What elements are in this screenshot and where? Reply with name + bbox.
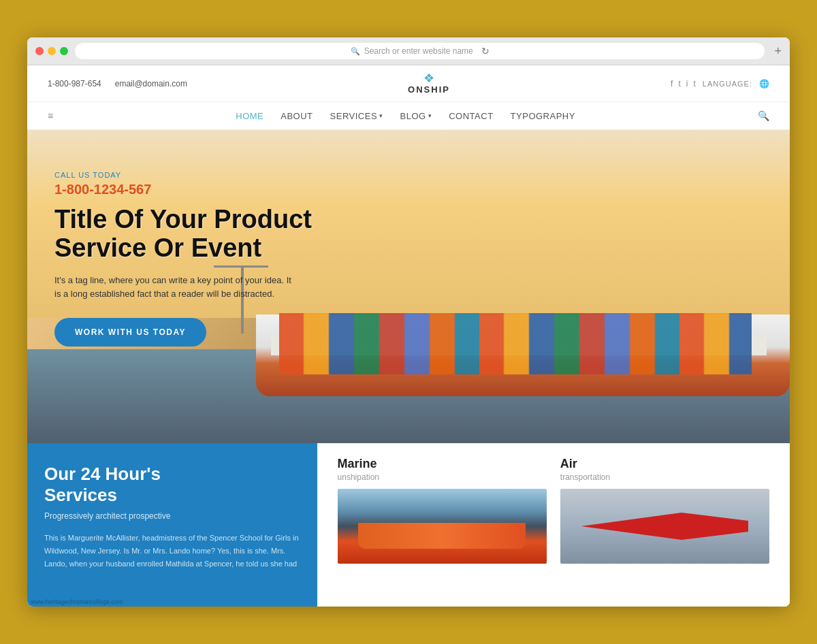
minimize-button[interactable] — [48, 47, 56, 55]
search-icon: 🔍 — [351, 47, 360, 56]
browser-window: 🔍 Search or enter website name ↻ + 1-800… — [27, 37, 790, 607]
marine-image-visual — [338, 489, 547, 564]
navigation-bar: ≡ HOME ABOUT SERVICES ▾ BLOG ▾ CONTACT T… — [27, 102, 790, 130]
services-section: Our 24 Hour's Services Progressively arc… — [27, 443, 790, 607]
reload-button[interactable]: ↻ — [481, 46, 490, 57]
contact-info: 1-800-987-654 email@domain.com — [48, 79, 187, 88]
hamburger-menu[interactable]: ≡ — [48, 110, 53, 121]
search-icon[interactable]: 🔍 — [758, 110, 769, 121]
nav-blog-label: BLOG — [400, 111, 426, 121]
service-card-air: Air transportation — [560, 457, 769, 593]
marine-service-image — [338, 489, 547, 564]
logo-area: ❖ ONSHIP — [408, 72, 450, 95]
services-left-panel: Our 24 Hour's Services Progressively arc… — [27, 443, 317, 607]
services-description: This is Marguerite McAllister, headmistr… — [44, 532, 300, 570]
traffic-lights — [35, 47, 68, 55]
plane-icon — [581, 513, 749, 540]
hero-tagline: It's a tag line, where you can write a k… — [54, 274, 300, 302]
chevron-down-icon: ▾ — [379, 112, 383, 119]
marine-service-name: Marine — [338, 457, 547, 471]
hero-title-line1: Title Of Your Product — [54, 205, 312, 234]
nav-link-typography[interactable]: TYPOGRAPHY — [511, 111, 575, 121]
phone-number: 1-800-987-654 — [48, 79, 101, 88]
air-service-name: Air — [560, 457, 769, 471]
facebook-icon[interactable]: f — [671, 79, 673, 88]
nav-services-label: SERVICES — [330, 111, 378, 121]
hero-phone: 1-800-1234-567 — [54, 182, 312, 197]
call-us-label: CALL US TODAY — [54, 171, 312, 179]
hero-section: CALL US TODAY 1-800-1234-567 Title Of Yo… — [27, 130, 790, 443]
top-bar: 1-800-987-654 email@domain.com ❖ ONSHIP … — [27, 65, 790, 102]
close-button[interactable] — [35, 47, 44, 55]
email-address: email@domain.com — [115, 79, 187, 88]
top-right: f t i t LANGUAGE: 🌐 — [671, 79, 769, 88]
hero-content: CALL US TODAY 1-800-1234-567 Title Of Yo… — [54, 171, 312, 347]
cta-button[interactable]: WORK WITH US TODAY — [54, 318, 206, 347]
browser-chrome: 🔍 Search or enter website name ↻ + — [27, 37, 790, 65]
nav-link-blog[interactable]: BLOG ▾ — [400, 111, 432, 121]
services-right-panel: Marine unshipation Air transportation — [317, 443, 790, 607]
address-bar[interactable]: 🔍 Search or enter website name ↻ — [75, 43, 765, 59]
twitter-icon[interactable]: t — [678, 79, 680, 88]
hero-title-line2: Service Or Event — [54, 234, 261, 262]
nav-link-contact[interactable]: CONTACT — [449, 111, 493, 121]
nav-link-about[interactable]: ABOUT — [281, 111, 313, 121]
services-title: Our 24 Hour's Services — [44, 464, 300, 506]
hero-title: Title Of Your Product Service Or Event — [54, 206, 312, 263]
site-content: 1-800-987-654 email@domain.com ❖ ONSHIP … — [27, 65, 790, 607]
service-card-marine: Marine unshipation — [338, 457, 547, 593]
language-label: LANGUAGE: — [703, 80, 752, 88]
nav-link-services[interactable]: SERVICES ▾ — [330, 111, 383, 121]
instagram-icon[interactable]: i — [686, 79, 688, 88]
air-image-visual — [560, 489, 769, 564]
services-subtitle: Progressively architect prospective — [44, 511, 300, 521]
air-service-type: transportation — [560, 472, 769, 482]
social-icons: f t i t — [671, 79, 696, 88]
chevron-down-icon-blog: ▾ — [428, 112, 432, 119]
new-tab-button[interactable]: + — [774, 44, 782, 59]
logo-text: ONSHIP — [408, 84, 450, 95]
nav-links: HOME ABOUT SERVICES ▾ BLOG ▾ CONTACT TYP… — [74, 111, 737, 121]
marine-service-type: unshipation — [338, 472, 547, 482]
maximize-button[interactable] — [60, 47, 68, 55]
address-bar-text: Search or enter website name — [364, 46, 473, 56]
tumblr-icon[interactable]: t — [693, 79, 695, 88]
nav-link-home[interactable]: HOME — [236, 111, 263, 121]
watermark: www.heritagechristiancollege.com — [31, 598, 123, 605]
language-flag[interactable]: 🌐 — [759, 79, 769, 88]
logo-icon: ❖ — [408, 72, 450, 84]
containers — [279, 313, 752, 374]
air-service-image — [560, 489, 769, 564]
